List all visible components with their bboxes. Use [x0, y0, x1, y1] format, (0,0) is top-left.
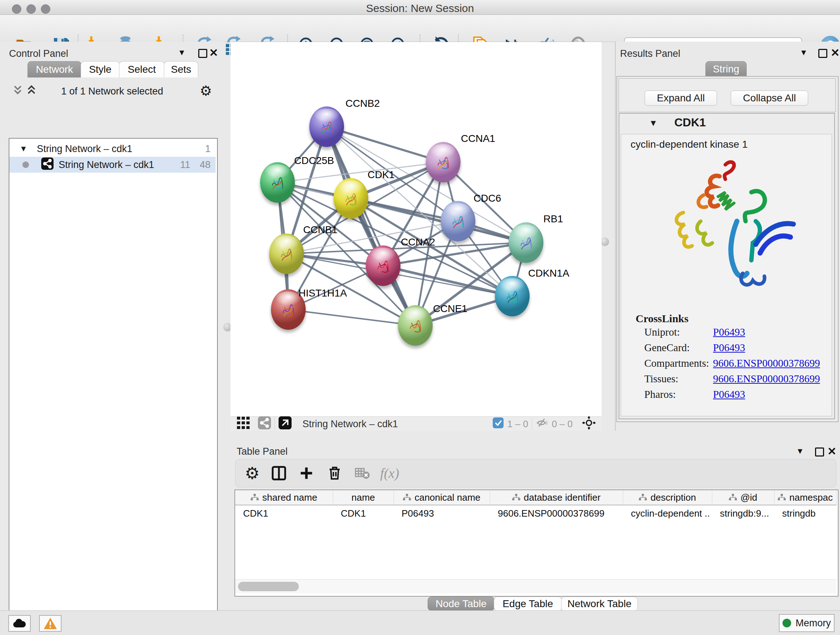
selected-checkbox-icon[interactable] — [493, 417, 504, 431]
table-cell[interactable]: CDK1 — [243, 506, 332, 521]
node-structure-thumbnail — [278, 244, 295, 265]
control-panel-menu-icon[interactable]: ▾ — [180, 47, 184, 58]
column-header-canonical-name[interactable]: canonical name — [393, 490, 490, 505]
network-view-canvas[interactable]: CCNB2 CCNA1 CDC25B CDK1 CDC6 RB1 CCNB1 C… — [231, 42, 602, 416]
status-separator — [275, 418, 275, 430]
network-node-cdk1[interactable] — [333, 178, 368, 219]
hidden-eye-icon[interactable] — [536, 417, 548, 432]
column-header-database-identifier[interactable]: database identifier — [490, 490, 623, 505]
main-toolbar: ? — [0, 15, 840, 42]
tab-string-results[interactable]: String — [706, 61, 747, 77]
crosslink-link[interactable]: 9606.ENSP00000378699 — [713, 357, 820, 369]
column-label: namespac — [789, 492, 833, 503]
column-header-namespac[interactable]: namespac — [774, 490, 837, 505]
results-panel-float-icon[interactable] — [818, 49, 827, 58]
gene-collapse-icon[interactable]: ▼ — [649, 118, 658, 128]
table-cell[interactable]: P06493 — [401, 506, 488, 521]
crosslink-link[interactable]: P06493 — [713, 326, 745, 338]
network-results-splitter-handle[interactable] — [600, 238, 609, 246]
detach-view-icon[interactable] — [279, 416, 292, 432]
birdseye-grid-icon[interactable] — [237, 417, 250, 432]
control-panel-close-icon[interactable]: ✕ — [209, 46, 218, 59]
column-label: database identifier — [524, 492, 600, 503]
node-structure-thumbnail — [279, 299, 297, 321]
network-node-ccna2[interactable] — [366, 245, 401, 286]
table-settings-gear-icon[interactable]: ⚙ — [242, 463, 262, 483]
table-cell[interactable]: 9606.ENSP00000378699 — [498, 506, 622, 521]
crosslink-link[interactable]: P06493 — [713, 388, 745, 401]
crosslink-label: Tissues: — [644, 373, 678, 385]
create-column-icon[interactable] — [296, 463, 317, 483]
crosslink-link[interactable]: P06493 — [713, 342, 745, 354]
network-node-rb1[interactable] — [508, 222, 543, 263]
tab-edge-table[interactable]: Edge Table — [494, 597, 562, 611]
crosslink-label: Pharos: — [644, 388, 676, 401]
results-panel-menu-icon[interactable]: ▾ — [801, 47, 806, 58]
table-horizontal-scrollbar[interactable] — [235, 579, 836, 593]
node-structure-thumbnail — [269, 172, 286, 194]
results-panel-close-icon[interactable]: ✕ — [831, 46, 840, 59]
string-panel-toggle-icon[interactable] — [258, 416, 271, 432]
warning-button[interactable] — [39, 615, 62, 632]
table-panel-close-icon[interactable]: ✕ — [827, 445, 836, 458]
network-options-gear-icon[interactable]: ⚙ — [200, 83, 212, 99]
crosslink-label: GeneCard: — [644, 342, 690, 354]
node-label-cdkn1a: CDKN1A — [528, 268, 569, 279]
node-structure-thumbnail — [517, 233, 535, 254]
tab-node-table[interactable]: Node Table — [428, 597, 494, 611]
tab-network[interactable]: Network — [27, 61, 81, 78]
column-header-shared-name[interactable]: shared name — [235, 490, 333, 505]
column-header--id[interactable]: @id — [712, 490, 775, 505]
table-cell[interactable]: stringdb:9... — [720, 506, 773, 521]
network-view-toolbar: String Network – cdk1 1 – 0 0 – 0 — [231, 416, 602, 431]
results-panel-title: Results Panel — [620, 48, 681, 59]
table-panel-menu-icon[interactable]: ▾ — [798, 445, 802, 456]
network-node-cdc25b[interactable] — [260, 162, 295, 203]
control-panel-float-icon[interactable] — [198, 49, 207, 58]
network-node-cdc6[interactable] — [441, 201, 475, 241]
tab-network-table[interactable]: Network Table — [561, 597, 638, 611]
table-panel-float-icon[interactable] — [815, 448, 824, 456]
network-node-ccne1[interactable] — [398, 305, 433, 346]
column-header-description[interactable]: description — [623, 490, 712, 505]
network-node-cdkn1a[interactable] — [495, 276, 530, 317]
table-cell[interactable]: stringdb — [782, 506, 835, 521]
network-node-ccnb1[interactable] — [269, 233, 304, 274]
crosslink-label: Compartments: — [644, 357, 709, 369]
tab-sets[interactable]: Sets — [164, 61, 198, 78]
network-status-dot — [22, 162, 29, 168]
table-cell[interactable]: cyclin-dependent ... — [631, 506, 711, 521]
network-view-title: String Network – cdk1 — [302, 418, 398, 430]
control-panel-title: Control Panel — [9, 48, 68, 59]
function-builder-icon[interactable]: f(x) — [379, 463, 400, 483]
delete-column-trash-icon[interactable] — [325, 463, 345, 483]
string-results-box: Expand All Collapse All ▼ CDK1 cyclin-de… — [616, 76, 838, 422]
crosslink-label: Uniprot: — [644, 326, 680, 338]
selected-count: 1 – 0 — [507, 418, 528, 430]
node-table[interactable]: shared namenamecanonical namedatabase id… — [234, 489, 838, 597]
node-label-ccna1: CCNA1 — [461, 133, 495, 144]
column-header-name[interactable]: name — [333, 490, 394, 505]
cloud-button[interactable] — [8, 615, 31, 632]
network-node-ccna1[interactable] — [426, 142, 461, 182]
network-row[interactable]: String Network – cdk1 11 48 — [9, 157, 216, 173]
crosslink-link[interactable]: 9606.ENSP00000378699 — [713, 373, 820, 385]
network-node-count: 11 — [180, 159, 190, 171]
expand-all-button[interactable]: Expand All — [645, 90, 717, 106]
gene-section: ▼ CDK1 cyclin-dependent kinase 1 CrossLi… — [619, 113, 835, 419]
table-cell[interactable]: CDK1 — [341, 506, 392, 521]
fit-selected-crosshair-icon[interactable] — [582, 416, 596, 432]
show-columns-icon[interactable] — [269, 463, 289, 483]
tab-style[interactable]: Style — [81, 61, 120, 78]
collapse-all-button[interactable]: Collapse All — [731, 90, 808, 106]
scrollbar-thumb[interactable] — [238, 582, 299, 591]
delete-table-icon[interactable] — [352, 463, 372, 483]
collection-expand-icon[interactable]: ▼ — [19, 144, 27, 154]
memory-button[interactable]: Memory — [779, 614, 835, 632]
network-collection-row[interactable]: ▼ String Network – cdk1 1 — [9, 141, 216, 157]
window-title: Session: New Session — [0, 2, 840, 14]
network-selection-status: 1 of 1 Network selected — [0, 86, 224, 97]
node-label-cdc6: CDC6 — [474, 193, 501, 204]
network-node-ccnb2[interactable] — [309, 106, 344, 147]
tab-select[interactable]: Select — [119, 61, 164, 78]
